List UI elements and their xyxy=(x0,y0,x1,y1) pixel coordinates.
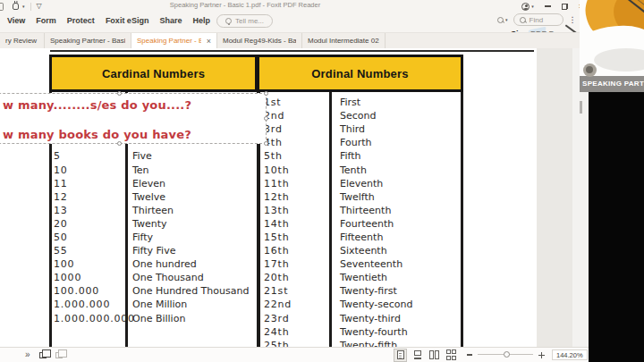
word-cell: Eleven xyxy=(132,178,165,189)
tab-speaking-partner-b[interactable]: Speaking Partner - B...× xyxy=(131,33,217,48)
document-tab-bar: ry Review GridSpeaking Partner - Basi...… xyxy=(0,32,589,48)
numeral-cell: 55 xyxy=(54,245,132,257)
zoom-in-button[interactable] xyxy=(538,352,545,358)
tab-label: Modul Intermediate 02... xyxy=(308,37,379,45)
numeral-cell: 12th xyxy=(264,191,340,203)
continuous-facing-icon xyxy=(446,349,456,359)
single-page-view-button[interactable] xyxy=(394,349,407,362)
word-cell: Seventeenth xyxy=(340,258,402,270)
menu-view[interactable]: View xyxy=(2,12,30,30)
tab-close-icon[interactable]: × xyxy=(207,37,211,46)
table-row: 2ndSecond xyxy=(264,109,465,122)
selection-handle[interactable] xyxy=(117,141,122,146)
word-cell: Second xyxy=(340,110,376,122)
table-row: 22ndTwenty-second xyxy=(264,298,465,311)
numeral-cell: 100.000 xyxy=(54,285,132,297)
selection-handle[interactable] xyxy=(264,116,268,121)
table-row: 100One hundred xyxy=(54,257,257,271)
selection-handle[interactable] xyxy=(117,91,122,96)
numeral-cell: 3rd xyxy=(264,123,340,135)
numeral-cell: 10th xyxy=(264,164,340,176)
zoom-out-button[interactable] xyxy=(467,354,472,355)
facing-view-button[interactable] xyxy=(428,349,441,362)
zoom-select-button[interactable]: ▾ xyxy=(497,17,508,23)
foxit-window: ▾ ▽ Speaking Partner - Basic 1.pdf - Fox… xyxy=(0,0,589,362)
word-cell: Twenty-fourth xyxy=(340,326,408,338)
continuous-page-icon xyxy=(414,350,421,359)
tab-modul-intermediate-02[interactable]: Modul Intermediate 02... xyxy=(302,33,386,48)
word-cell: Thirteen xyxy=(132,205,174,216)
word-cell: Fifty Five xyxy=(132,245,175,257)
table-row: 10thTenth xyxy=(264,163,465,176)
word-cell: Fifth xyxy=(340,150,361,162)
table-row: 12Twelve xyxy=(54,190,257,204)
zoom-slider[interactable] xyxy=(478,348,533,362)
selection-handle[interactable] xyxy=(264,141,268,146)
table-row: 1.000.000.000One Billion xyxy=(54,312,257,325)
more-options-icon[interactable]: ⋮ xyxy=(569,16,577,24)
snapshot-icon[interactable] xyxy=(39,352,47,358)
selected-text-annotation[interactable]: w many........s/es do you....? w many bo… xyxy=(0,93,267,144)
table-row: 1stFirst xyxy=(264,96,465,109)
word-cell: One Hundred Thousand xyxy=(132,285,249,297)
tab-speaking-partner-basi[interactable]: Speaking Partner - Basi... xyxy=(45,33,131,48)
numeral-cell: 1.000.000 xyxy=(54,299,132,310)
table-row: 11Eleven xyxy=(54,177,257,190)
table-row: 1.000.000One Million xyxy=(54,298,257,311)
window-controls: ▾ × xyxy=(521,0,583,13)
table-row: 20Twenty xyxy=(54,217,257,231)
account-button[interactable]: ▾ xyxy=(521,3,534,11)
document-view[interactable]: Cardinal Numbers Ordinal Numbers 1stFirs… xyxy=(0,48,589,347)
ordinal-numbers-list: 1stFirst2ndSecond3rdThird4thFourth5thFif… xyxy=(264,96,465,347)
table-row: 5Five xyxy=(54,149,257,163)
restore-button[interactable] xyxy=(562,4,568,10)
word-cell: Fourteenth xyxy=(340,218,394,230)
word-cell: Sixteenth xyxy=(340,245,387,257)
status-bar-left: » xyxy=(25,348,63,362)
word-cell: First xyxy=(340,97,360,108)
status-bar: » 144.20% ˅ xyxy=(0,347,589,362)
numeral-cell: 2nd xyxy=(264,110,340,122)
tab-label: Speaking Partner - B... xyxy=(137,37,201,45)
title-bar: ▾ ▽ Speaking Partner - Basic 1.pdf - Fox… xyxy=(0,0,589,13)
numeral-cell: 13th xyxy=(264,205,340,216)
slide-black-area xyxy=(589,92,644,362)
minimize-button[interactable] xyxy=(545,5,551,6)
menu-protect[interactable]: Protect xyxy=(62,12,100,30)
numeral-cell: 100 xyxy=(54,258,132,270)
presentation-window[interactable]: SPEAKING PART xyxy=(580,0,644,362)
continuous-facing-view-button[interactable] xyxy=(445,349,458,362)
menu-form[interactable]: Form xyxy=(30,12,62,30)
word-cell: Twenty-first xyxy=(340,285,397,297)
facing-pages-icon xyxy=(429,350,439,359)
selection-handle[interactable] xyxy=(264,91,268,96)
continuous-view-button[interactable] xyxy=(411,349,424,362)
expand-tools-icon[interactable]: » xyxy=(25,350,30,359)
numeral-cell: 23rd xyxy=(264,313,340,324)
numeral-cell: 14th xyxy=(264,218,340,230)
table-top-rule xyxy=(50,50,534,52)
menu-share[interactable]: Share xyxy=(154,12,187,30)
numeral-cell: 50 xyxy=(54,232,132,243)
tell-me-icon xyxy=(225,18,232,24)
table-row: 17thSeventeenth xyxy=(264,257,465,271)
menu-bar: ViewFormProtectFoxit eSignShareHelp xyxy=(2,12,216,30)
word-cell: One hundred xyxy=(132,258,197,270)
tab-label: Modul Reg49-Kids - Ba... xyxy=(223,37,296,45)
tab-ry-review-grid[interactable]: ry Review Grid xyxy=(0,33,45,48)
word-cell: Fifteenth xyxy=(340,232,383,243)
numeral-cell: 15th xyxy=(264,232,340,243)
ordinal-header-cell: Ordinal Numbers xyxy=(259,57,461,89)
word-cell: Twenty xyxy=(132,218,166,230)
table-row: 25thTwenty-fifth xyxy=(264,339,465,347)
numeral-cell: 24th xyxy=(264,326,340,338)
find-input[interactable]: Find xyxy=(513,13,564,26)
zoom-slider-thumb[interactable] xyxy=(504,351,510,358)
word-cell: Ten xyxy=(132,164,149,176)
tab-modul-reg49-kids-ba[interactable]: Modul Reg49-Kids - Ba... xyxy=(217,33,302,48)
menu-foxit-esign[interactable]: Foxit eSign xyxy=(100,12,155,30)
word-cell: Twenty-third xyxy=(340,313,401,324)
word-cell: One Billion xyxy=(132,313,185,324)
tell-me-input[interactable]: Tell me... xyxy=(216,14,273,28)
clipboard-icon[interactable] xyxy=(55,352,63,358)
